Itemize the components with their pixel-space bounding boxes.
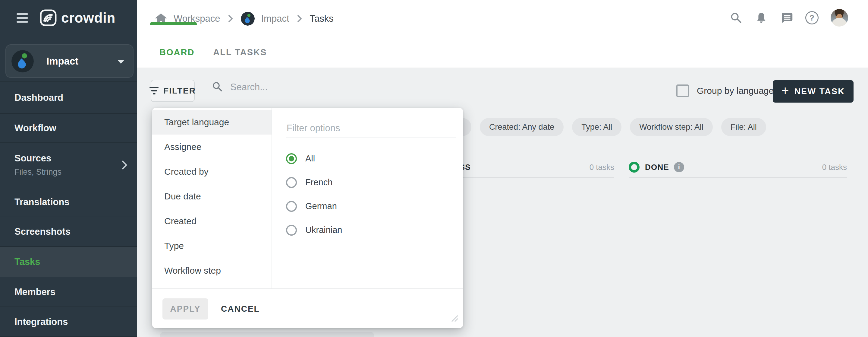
search-input[interactable] bbox=[230, 81, 388, 93]
filter-category-target-language[interactable]: Target language bbox=[152, 110, 272, 135]
filter-category-workflow-step[interactable]: Workflow step bbox=[152, 258, 272, 283]
search-icon[interactable] bbox=[730, 11, 743, 24]
breadcrumb-project-avatar[interactable] bbox=[241, 12, 255, 26]
crowdin-wordmark: crowdin bbox=[61, 10, 116, 26]
resize-handle-icon[interactable] bbox=[451, 315, 459, 324]
bell-icon[interactable] bbox=[755, 11, 768, 24]
search-icon bbox=[212, 81, 223, 93]
crowdin-logo[interactable]: crowdin bbox=[39, 9, 116, 27]
chevron-right-icon bbox=[228, 15, 233, 23]
chip-workflow-step[interactable]: Workflow step: All bbox=[630, 118, 713, 136]
sidebar: crowdin Impact Dashboard Workflow Source… bbox=[0, 0, 137, 337]
crowdin-tasks-page: crowdin Impact Dashboard Workflow Source… bbox=[0, 0, 868, 337]
radio-icon bbox=[286, 177, 297, 188]
breadcrumb-project[interactable]: Impact bbox=[261, 13, 289, 24]
crowdin-logo-icon bbox=[39, 9, 57, 27]
topbar-icons: ? bbox=[730, 9, 848, 27]
filter-button[interactable]: FILTER bbox=[151, 80, 195, 102]
chevron-down-icon bbox=[117, 60, 124, 64]
active-tab-indicator bbox=[150, 22, 197, 25]
filter-category-created[interactable]: Created bbox=[152, 209, 272, 233]
sidebar-item-sources[interactable]: Sources Files, Strings bbox=[0, 142, 137, 187]
group-by-language: Group by language bbox=[676, 84, 774, 97]
sidebar-item-integrations[interactable]: Integrations bbox=[0, 307, 137, 336]
filter-categories: Target language Assignee Created by Due … bbox=[152, 108, 272, 288]
project-avatar bbox=[11, 50, 34, 73]
sidebar-item-members[interactable]: Members bbox=[0, 277, 137, 307]
chip-created[interactable]: Created: Any date bbox=[480, 118, 564, 136]
option-german[interactable]: German bbox=[286, 194, 455, 218]
group-by-language-checkbox[interactable] bbox=[676, 84, 689, 97]
apply-button[interactable]: APPLY bbox=[162, 299, 208, 319]
chip-type[interactable]: Type: All bbox=[572, 118, 621, 136]
messages-icon[interactable] bbox=[780, 11, 793, 24]
radio-icon bbox=[286, 225, 297, 235]
plus-icon: + bbox=[781, 84, 789, 97]
sidebar-nav: Dashboard Workflow Sources Files, String… bbox=[0, 81, 137, 337]
sidebar-item-workflow[interactable]: Workflow bbox=[0, 113, 137, 142]
project-name: Impact bbox=[46, 56, 79, 67]
filter-category-assignee[interactable]: Assignee bbox=[152, 135, 272, 159]
radio-icon bbox=[286, 153, 297, 164]
filter-category-created-by[interactable]: Created by bbox=[152, 159, 272, 184]
tab-all-tasks[interactable]: ALL TASKS bbox=[204, 43, 276, 61]
filter-icon bbox=[150, 86, 158, 96]
horizontal-scrollbar-thumb[interactable] bbox=[160, 332, 374, 337]
group-by-language-label: Group by language bbox=[697, 86, 774, 96]
project-switcher[interactable]: Impact bbox=[5, 44, 133, 78]
cancel-button[interactable]: CANCEL bbox=[221, 299, 260, 319]
chevron-right-icon bbox=[297, 15, 302, 23]
dropdown-footer: APPLY CANCEL bbox=[152, 288, 463, 328]
chevron-right-icon bbox=[121, 160, 127, 171]
column-title: DONE bbox=[645, 163, 669, 172]
sidebar-item-translations[interactable]: Translations bbox=[0, 187, 137, 217]
filter-category-due-date[interactable]: Due date bbox=[152, 184, 272, 209]
top-header: Workspace Impact Tasks bbox=[137, 0, 868, 68]
board-column-done: DONE i 0 tasks bbox=[629, 157, 847, 178]
board-search bbox=[212, 81, 388, 93]
view-tabs: BOARD ALL TASKS bbox=[150, 43, 276, 61]
option-ukrainian[interactable]: Ukrainian bbox=[286, 218, 455, 242]
filter-dropdown: Target language Assignee Created by Due … bbox=[152, 108, 463, 328]
sidebar-item-screenshots[interactable]: Screenshots bbox=[0, 217, 137, 246]
column-task-count: 0 tasks bbox=[822, 163, 847, 172]
tab-board[interactable]: BOARD bbox=[150, 43, 204, 61]
sidebar-item-dashboard[interactable]: Dashboard bbox=[0, 81, 137, 113]
sidebar-item-sources-sublabel: Files, Strings bbox=[14, 167, 137, 177]
language-options: All French German Ukrainian bbox=[286, 147, 455, 242]
user-avatar[interactable] bbox=[831, 9, 848, 27]
option-all[interactable]: All bbox=[286, 147, 455, 170]
new-task-button[interactable]: + NEW TASK bbox=[773, 80, 854, 103]
radio-icon bbox=[286, 201, 297, 212]
filter-options-panel: All French German Ukrainian bbox=[273, 108, 463, 288]
filter-chips-row: Created: Any date Type: All Workflow ste… bbox=[452, 118, 766, 136]
chip-file[interactable]: File: All bbox=[721, 118, 766, 136]
sidebar-item-tasks[interactable]: Tasks bbox=[0, 246, 137, 277]
info-icon[interactable]: i bbox=[674, 162, 684, 172]
help-icon[interactable]: ? bbox=[805, 11, 818, 24]
filter-options-input[interactable] bbox=[286, 119, 456, 138]
filter-category-type[interactable]: Type bbox=[152, 233, 272, 258]
done-status-icon bbox=[629, 162, 640, 173]
column-task-count: 0 tasks bbox=[590, 163, 614, 172]
hamburger-menu-icon[interactable] bbox=[17, 13, 28, 24]
breadcrumb-tasks[interactable]: Tasks bbox=[310, 13, 334, 24]
option-french[interactable]: French bbox=[286, 170, 455, 194]
